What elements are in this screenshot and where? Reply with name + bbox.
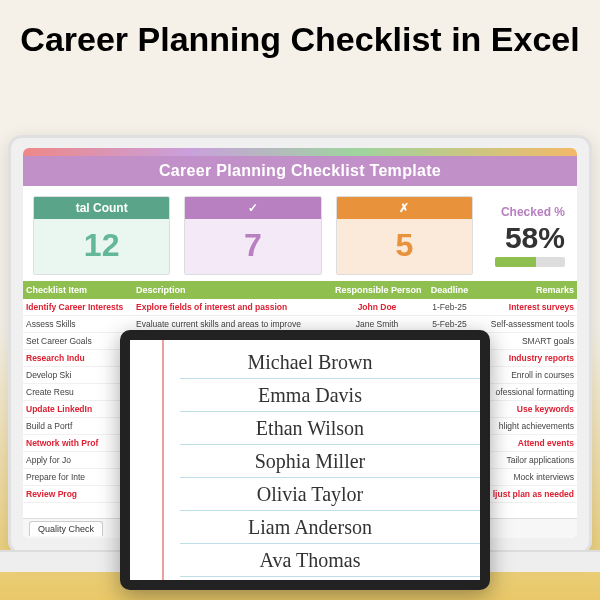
percent-label: Checked % [501, 205, 565, 219]
list-item: Olivia Taylor [180, 478, 480, 511]
notepad-paper: Michael BrownEmma DavisEthan WilsonSophi… [130, 340, 480, 580]
total-count-value: 12 [34, 219, 169, 274]
cell-item: Assess Skills [23, 316, 133, 332]
cell-item: Develop Ski [23, 367, 133, 383]
list-item: Emma Davis [180, 379, 480, 412]
cell-description: Explore fields of interest and passion [133, 299, 332, 315]
cell-item: Set Career Goals [23, 333, 133, 349]
table-header-row: Checklist Item Description Responsible P… [23, 281, 577, 299]
unchecked-value: 5 [337, 219, 472, 274]
cell-item: Review Prog [23, 486, 133, 502]
percent-card: Checked % 58% [487, 196, 567, 275]
cell-remarks: Self-assessment tools [477, 316, 577, 332]
list-item: Liam Anderson [180, 511, 480, 544]
checked-label: ✓ [185, 197, 320, 219]
cell-remarks: Interest surveys [477, 299, 577, 315]
header-remarks: Remarks [477, 281, 577, 299]
summary-cards: tal Count 12 ✓ 7 ✗ 5 Checked % 58% [23, 186, 577, 281]
cell-item: Update LinkedIn [23, 401, 133, 417]
list-item: Ethan Wilson [180, 412, 480, 445]
cell-remarks: SMART goals [477, 333, 577, 349]
cell-responsible: John Doe [332, 299, 422, 315]
cell-remarks: ofessional formatting [477, 384, 577, 400]
list-item: Ava Thomas [180, 544, 480, 577]
laptop-foreground: Michael BrownEmma DavisEthan WilsonSophi… [120, 330, 490, 590]
total-count-label: tal Count [34, 197, 169, 219]
notepad-screen: Michael BrownEmma DavisEthan WilsonSophi… [130, 340, 480, 580]
cell-item: Network with Prof [23, 435, 133, 451]
name-list: Michael BrownEmma DavisEthan WilsonSophi… [130, 346, 480, 577]
header-responsible: Responsible Person [332, 281, 422, 299]
checked-value: 7 [185, 219, 320, 274]
list-item: Michael Brown [180, 346, 480, 379]
table-row[interactable]: Identify Career InterestsExplore fields … [23, 299, 577, 316]
sheet-tab[interactable]: Quality Check [29, 521, 103, 536]
cell-deadline: 1-Feb-25 [422, 299, 477, 315]
header-deadline: Deadline [422, 281, 477, 299]
cell-remarks: Use keywords [477, 401, 577, 417]
cell-remarks: Enroll in courses [477, 367, 577, 383]
cell-item: Research Indu [23, 350, 133, 366]
cell-item: Create Resu [23, 384, 133, 400]
unchecked-card: ✗ 5 [336, 196, 473, 275]
cell-remarks: Tailor applications [477, 452, 577, 468]
checked-card: ✓ 7 [184, 196, 321, 275]
percent-fill [495, 257, 536, 267]
header-description: Description [133, 281, 332, 299]
unchecked-label: ✗ [337, 197, 472, 219]
color-ribbon [23, 148, 577, 156]
page-title: Career Planning Checklist in Excel [0, 0, 600, 67]
cell-item: Apply for Jo [23, 452, 133, 468]
percent-value: 58% [505, 221, 565, 255]
cell-remarks: Attend events [477, 435, 577, 451]
sheet-title: Career Planning Checklist Template [23, 156, 577, 186]
cell-remarks: Industry reports [477, 350, 577, 366]
cell-remarks: ljust plan as needed [477, 486, 577, 502]
cell-remarks: Mock interviews [477, 469, 577, 485]
cell-item: Prepare for Inte [23, 469, 133, 485]
list-item: Sophia Miller [180, 445, 480, 478]
cell-item: Identify Career Interests [23, 299, 133, 315]
total-count-card: tal Count 12 [33, 196, 170, 275]
cell-item: Build a Portf [23, 418, 133, 434]
percent-bar [495, 257, 565, 267]
header-checklist-item: Checklist Item [23, 281, 133, 299]
cell-remarks: hlight achievements [477, 418, 577, 434]
